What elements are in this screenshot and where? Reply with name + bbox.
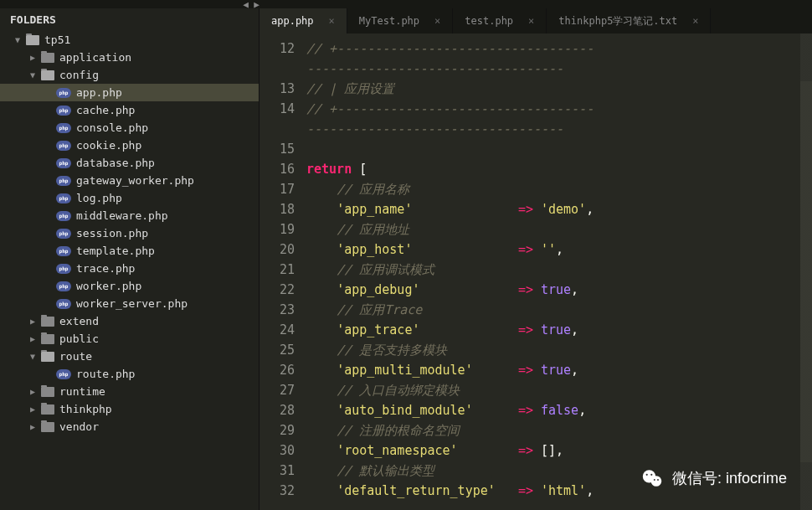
php-file-icon: php <box>56 299 71 309</box>
folder-item[interactable]: ▶application <box>0 49 259 66</box>
code-line[interactable]: // 应用调试模式 <box>306 260 812 280</box>
file-item[interactable]: phproute.php <box>0 365 259 383</box>
folder-icon <box>26 35 39 45</box>
folder-item[interactable]: ▶extend <box>0 312 259 330</box>
editor-area: app.php×MyTest.php×test.php×thinkphp5学习笔… <box>260 8 812 510</box>
editor-tab[interactable]: thinkphp5学习笔记.txt× <box>547 8 711 33</box>
file-item[interactable]: phpworker_server.php <box>0 295 259 312</box>
line-number: 32 <box>260 481 295 501</box>
tree-arrow-icon[interactable]: ▶ <box>30 404 39 414</box>
code-line[interactable]: 'app_host' => '', <box>306 240 812 260</box>
line-number: 25 <box>260 340 295 360</box>
close-icon[interactable]: × <box>528 15 534 27</box>
code-line[interactable]: return [ <box>306 159 812 179</box>
code-line[interactable]: 'app_trace' => true, <box>306 320 812 340</box>
line-number: 18 <box>260 199 295 219</box>
code-line[interactable]: // 是否支持多模块 <box>306 340 812 360</box>
line-number: 21 <box>260 260 295 280</box>
minimap[interactable] <box>800 33 812 510</box>
tree-arrow-icon[interactable]: ▶ <box>30 334 39 343</box>
close-icon[interactable]: × <box>692 15 698 27</box>
file-item[interactable]: phptrace.php <box>0 260 259 277</box>
tree-item-label: session.php <box>76 227 148 240</box>
top-bar: ◀ ▶ <box>0 0 812 8</box>
code-line[interactable]: // 默认输出类型 <box>306 461 812 481</box>
folder-item[interactable]: ▼config <box>0 66 259 84</box>
code-line[interactable]: // 入口自动绑定模块 <box>306 380 812 400</box>
file-item[interactable]: phpapp.php <box>0 84 259 101</box>
file-item[interactable]: phpcache.php <box>0 101 259 119</box>
code-line[interactable]: 'app_debug' => true, <box>306 280 812 300</box>
folder-icon <box>41 352 54 362</box>
close-icon[interactable]: × <box>329 15 335 27</box>
code-line[interactable]: 'auto_bind_module' => false, <box>306 400 812 420</box>
tree-item-label: thinkphp <box>59 403 112 415</box>
php-file-icon: php <box>56 123 71 133</box>
editor-tab[interactable]: MyTest.php× <box>347 8 453 33</box>
editor-tab[interactable]: app.php× <box>260 8 347 33</box>
line-number: 29 <box>260 420 295 440</box>
code-line[interactable]: // 注册的根命名空间 <box>306 420 812 440</box>
file-item[interactable]: phpworker.php <box>0 277 259 295</box>
close-icon[interactable]: × <box>434 15 440 27</box>
folder-icon <box>41 53 54 63</box>
tree-item-label: vendor <box>59 420 99 433</box>
code-line[interactable]: 'default_return_type' => 'html', <box>306 481 812 501</box>
file-item[interactable]: phpconsole.php <box>0 119 259 137</box>
code-line[interactable] <box>306 139 812 159</box>
code-line[interactable]: 'root_namespace' => [], <box>306 440 812 461</box>
tree-item-label: gateway_worker.php <box>76 174 194 187</box>
tree-arrow-icon[interactable]: ▶ <box>30 317 39 326</box>
file-item[interactable]: phpmiddleware.php <box>0 207 259 224</box>
folder-icon <box>41 334 54 344</box>
folder-item[interactable]: ▶runtime <box>0 383 259 400</box>
code-line[interactable]: ---------------------------------- <box>306 119 812 139</box>
tree-arrow-icon[interactable]: ▼ <box>15 35 23 44</box>
code-line[interactable]: 'app_name' => 'demo', <box>306 199 812 219</box>
php-file-icon: php <box>56 158 71 168</box>
file-item[interactable]: phplog.php <box>0 189 259 207</box>
line-gutter: 1213141516171819202122232425262728293031… <box>260 33 306 510</box>
code-line[interactable]: // 应用名称 <box>306 179 812 199</box>
tree-item-label: extend <box>59 315 99 327</box>
folder-item[interactable]: ▶thinkphp <box>0 400 259 418</box>
tab-label: MyTest.php <box>359 15 419 27</box>
code-area[interactable]: 1213141516171819202122232425262728293031… <box>260 33 812 510</box>
folder-item[interactable]: ▼tp51 <box>0 31 259 49</box>
php-file-icon: php <box>56 193 71 203</box>
line-number: 26 <box>260 360 295 380</box>
code-line[interactable]: // 应用Trace <box>306 300 812 320</box>
tree-arrow-icon[interactable]: ▼ <box>30 352 39 361</box>
code-line[interactable]: // +---------------------------------- <box>306 99 812 119</box>
tree-arrow-icon[interactable]: ▶ <box>30 422 39 431</box>
php-file-icon: php <box>56 229 71 239</box>
folder-item[interactable]: ▶vendor <box>0 418 259 435</box>
tree-item-label: runtime <box>59 385 105 398</box>
tree-item-label: cache.php <box>76 104 135 116</box>
file-item[interactable]: phpsession.php <box>0 224 259 242</box>
line-number: 15 <box>260 139 295 159</box>
line-number <box>260 119 295 139</box>
file-item[interactable]: phpgateway_worker.php <box>0 172 259 189</box>
php-file-icon: php <box>56 246 71 256</box>
editor-tab[interactable]: test.php× <box>453 8 547 33</box>
folder-item[interactable]: ▶public <box>0 330 259 348</box>
code-line[interactable]: ---------------------------------- <box>306 59 812 79</box>
code-line[interactable]: // | 应用设置 <box>306 79 812 99</box>
sidebar: FOLDERS ▼tp51▶application▼configphpapp.p… <box>0 8 260 510</box>
tree-arrow-icon[interactable]: ▶ <box>30 53 39 62</box>
file-item[interactable]: phptemplate.php <box>0 242 259 260</box>
code-content[interactable]: // +------------------------------------… <box>306 33 812 510</box>
file-item[interactable]: phpcookie.php <box>0 137 259 154</box>
line-number: 13 <box>260 79 295 99</box>
line-number: 27 <box>260 380 295 400</box>
folder-item[interactable]: ▼route <box>0 348 259 365</box>
tree-arrow-icon[interactable]: ▶ <box>30 387 39 396</box>
file-item[interactable]: phpdatabase.php <box>0 154 259 172</box>
line-number: 22 <box>260 280 295 300</box>
code-line[interactable]: // +---------------------------------- <box>306 39 812 59</box>
code-line[interactable]: // 应用地址 <box>306 219 812 240</box>
line-number: 19 <box>260 219 295 240</box>
code-line[interactable]: 'app_multi_module' => true, <box>306 360 812 380</box>
tree-arrow-icon[interactable]: ▼ <box>30 70 39 80</box>
